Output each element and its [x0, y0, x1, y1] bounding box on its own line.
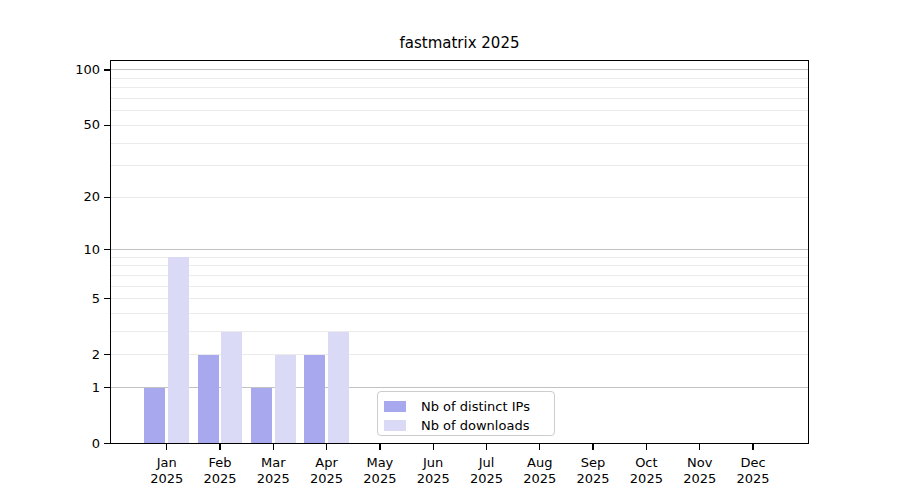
gridline-minor-90	[111, 78, 808, 79]
legend-item-distinct-ips: Nb of distinct IPs	[384, 397, 554, 416]
gridline-minor-50	[111, 125, 808, 126]
x-tick-mark-nov	[699, 444, 700, 450]
y-tick-label-10: 10	[36, 242, 100, 258]
gridline-minor-40	[111, 143, 808, 144]
bar-distinct-ips-jan	[144, 388, 165, 444]
gridline-major-10	[111, 249, 808, 250]
bar-downloads-jan	[168, 257, 189, 444]
gridline-minor-60	[111, 110, 808, 111]
y-tick-mark-1	[104, 387, 110, 388]
legend-item-downloads: Nb of downloads	[384, 416, 554, 435]
legend-swatch-downloads	[384, 420, 406, 431]
x-tick-mark-mar	[273, 444, 274, 450]
x-tick-mark-oct	[646, 444, 647, 450]
y-tick-label-0: 0	[36, 436, 100, 452]
x-tick-label-dec: Dec2025	[721, 455, 785, 487]
gridline-minor-30	[111, 165, 808, 166]
figure: fastmatrix 2025 0125102050100Jan2025Feb2…	[0, 0, 900, 500]
bar-distinct-ips-mar	[251, 388, 272, 444]
gridline-minor-7	[111, 275, 808, 276]
bar-distinct-ips-feb	[198, 355, 219, 444]
y-tick-mark-20	[104, 197, 110, 198]
x-tick-mark-sep	[592, 444, 593, 450]
y-tick-mark-5	[104, 298, 110, 299]
legend-label-distinct-ips: Nb of distinct IPs	[421, 399, 530, 414]
y-tick-label-5: 5	[36, 291, 100, 307]
bar-downloads-feb	[221, 332, 242, 444]
y-tick-mark-10	[104, 249, 110, 250]
y-tick-mark-2	[104, 354, 110, 355]
legend-swatch-distinct-ips	[384, 401, 406, 412]
gridline-minor-8	[111, 265, 808, 266]
gridline-minor-6	[111, 286, 808, 287]
y-tick-label-20: 20	[36, 189, 100, 205]
gridline-minor-70	[111, 98, 808, 99]
x-tick-mark-jan	[166, 444, 167, 450]
legend-label-downloads: Nb of downloads	[421, 418, 529, 433]
y-tick-mark-50	[104, 125, 110, 126]
gridline-minor-9	[111, 257, 808, 258]
x-tick-mark-dec	[752, 444, 753, 450]
x-tick-mark-jul	[486, 444, 487, 450]
y-tick-mark-0	[104, 443, 110, 444]
bar-distinct-ips-apr	[304, 355, 325, 444]
bar-downloads-apr	[328, 332, 349, 444]
gridline-minor-4	[111, 313, 808, 314]
gridline-minor-80	[111, 87, 808, 88]
chart-title: fastmatrix 2025	[110, 34, 809, 52]
y-tick-label-100: 100	[36, 62, 100, 78]
x-tick-mark-jun	[433, 444, 434, 450]
gridline-major-100	[111, 69, 808, 70]
x-tick-mark-feb	[219, 444, 220, 450]
legend: Nb of distinct IPs Nb of downloads	[377, 391, 555, 436]
bar-downloads-mar	[275, 355, 296, 444]
x-tick-mark-may	[379, 444, 380, 450]
y-tick-label-1: 1	[36, 380, 100, 396]
y-tick-mark-100	[104, 69, 110, 70]
gridline-minor-3	[111, 331, 808, 332]
x-tick-mark-aug	[539, 444, 540, 450]
gridline-minor-20	[111, 197, 808, 198]
x-tick-mark-apr	[326, 444, 327, 450]
plot-area	[110, 60, 809, 444]
y-tick-label-2: 2	[36, 347, 100, 363]
y-tick-label-50: 50	[36, 117, 100, 133]
gridline-minor-5	[111, 298, 808, 299]
